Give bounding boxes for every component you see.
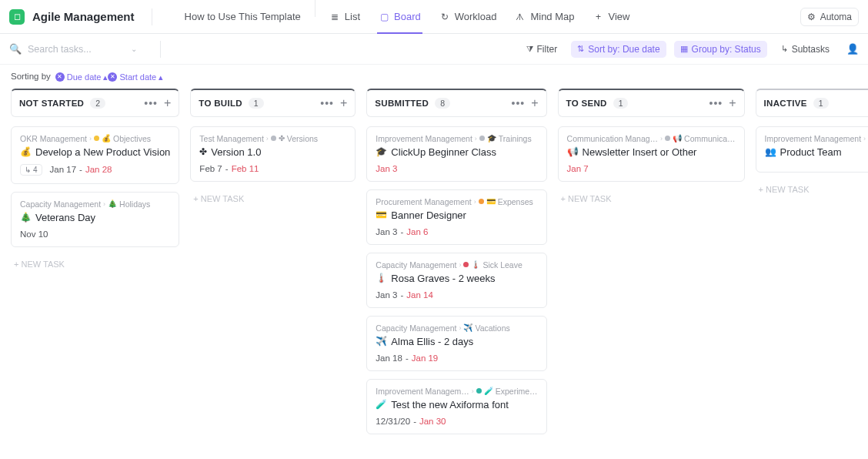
card-breadcrumb: Procurement Management › 💳 Expenses [376,197,537,206]
card-breadcrumb: Capacity Management › 🎄 Holidays [20,199,170,209]
column-header: TO BUILD 1 ••• + [190,89,356,117]
chevron-right-icon: › [474,198,476,206]
task-card[interactable]: Improvement Managem… › 🧪 Experime… 🧪 Tes… [366,379,546,434]
topbar: ◻ Agile Management How to Use This Templ… [0,0,868,34]
chevron-right-icon: › [459,324,461,332]
column-submitted: SUBMITTED 8 ••• + Improvement Management… [366,89,546,442]
separator [315,0,315,17]
card-title-emoji-icon: 📢 [567,146,579,157]
search-input[interactable] [28,44,120,55]
column-add-icon[interactable]: + [340,96,347,110]
card-title-emoji-icon: 🧪 [376,399,387,410]
view-tab-how-to-use-this-template[interactable]: How to Use This Template [160,0,310,34]
card-breadcrumb: Communication Manag… › 📢 Communica… [567,134,736,143]
sort-chip[interactable]: ✕Due date ▴ [55,72,108,82]
new-task-button[interactable]: + NEW TASK [11,255,179,273]
subtasks-button[interactable]: ↳ Subtasks [775,41,836,58]
card-due-date: Feb 11 [232,164,259,173]
card-due-date: Jan 6 [406,227,428,236]
new-task-button[interactable]: + NEW TASK [190,189,356,208]
breadcrumb-list: Improvement Management [765,134,861,143]
new-task-button[interactable]: + NEW TASK [558,189,745,208]
filter-button[interactable]: ⧩ Filter [520,41,564,58]
task-card[interactable]: Communication Manag… › 📢 Communica… 📢 Ne… [558,126,745,182]
column-menu-icon[interactable]: ••• [144,97,158,109]
group-button[interactable]: ▦ Group by: Status [674,41,767,58]
card-title-row: ✈️ Alma Ellis - 2 days [376,336,537,347]
sort-chip[interactable]: ✕Start date ▴ [108,72,163,82]
column-add-icon[interactable]: + [164,96,171,110]
card-title: Develop a New Product Vision [35,146,170,158]
view-tab-workload[interactable]: ↻Workload [430,0,506,34]
search-icon: 🔍 [9,43,22,55]
card-title-emoji-icon: 👥 [765,146,776,157]
column-to-send: TO SEND 1 ••• + Communication Manag… › 📢… [558,89,745,442]
card-title-row: 🎓 ClickUp Beginner Class [376,146,537,158]
card-title-emoji-icon: 💳 [376,209,387,220]
task-card[interactable]: OKR Management › 💰 Objectives 💰 Develop … [11,126,179,184]
board: NOT STARTED 2 ••• + OKR Management › 💰 O… [0,89,868,453]
column-menu-icon[interactable]: ••• [320,97,334,109]
person-icon[interactable]: 👤 [846,43,859,55]
column-add-icon[interactable]: + [729,96,736,110]
breadcrumb-sublist: Communica… [684,134,736,143]
sort-button[interactable]: ⇅ Sort by: Due date [571,41,666,58]
card-title-row: 👥 Product Team [765,146,868,158]
task-card[interactable]: Capacity Management › ✈️ Vacations ✈️ Al… [366,316,546,371]
card-breadcrumb: Capacity Management › ✈️ Vacations [376,323,537,333]
card-title-row: 🌡️ Rosa Graves - 2 weeks [376,273,537,284]
card-breadcrumb: Improvement Managem… › 🧪 Experime… [376,387,537,396]
separator [160,41,161,58]
task-card[interactable]: Capacity Management › 🌡️ Sick Leave 🌡️ R… [366,253,546,308]
task-card[interactable]: Procurement Management › 💳 Expenses 💳 Ba… [366,189,546,245]
column-menu-icon[interactable]: ••• [709,97,723,109]
card-start-date: 12/31/20 [376,417,410,426]
new-task-button[interactable]: + NEW TASK [756,180,868,199]
card-dates: 12/31/20 - Jan 30 [376,417,537,426]
view-label: Workload [455,11,497,22]
status-dot [271,136,276,141]
card-dates: Jan 3 - Jan 6 [376,227,537,236]
breadcrumb-list: Capacity Management [20,199,101,209]
card-title-emoji-icon: ✈️ [376,336,387,347]
task-card[interactable]: Improvement Management › 🎓 Trainings 🎓 C… [366,126,546,182]
view-tab-list[interactable]: ≣List [320,0,369,34]
subtask-icon: ↳ [25,166,31,174]
card-title-emoji-icon: 💰 [20,146,32,157]
card-dates: Jan 3 - Jan 14 [376,290,537,300]
subtask-count-badge[interactable]: ↳4 [20,164,42,176]
view-icon: ↻ [439,12,450,22]
view-label: Board [394,11,421,22]
card-breadcrumb: Capacity Management › 🌡️ Sick Leave [376,260,537,270]
card-due-date: Jan 28 [85,165,112,174]
card-title: Rosa Graves - 2 weeks [391,273,495,284]
column-add-icon[interactable]: + [531,96,538,110]
column-menu-icon[interactable]: ••• [512,97,526,109]
subtasks-icon: ↳ [781,44,788,54]
app-title: Agile Management [32,10,135,23]
chevron-right-icon: › [266,135,269,142]
task-card[interactable]: Capacity Management › 🎄 Holidays 🎄 Veter… [11,192,179,247]
remove-sort-icon[interactable]: ✕ [108,72,117,82]
automate-button[interactable]: ⚙ Automa [800,8,859,26]
card-due-date: Jan 3 [376,164,397,173]
column-title: INACTIVE [764,99,807,108]
view-tab-mind-map[interactable]: ⩚Mind Map [506,0,583,34]
search-chevron-icon[interactable]: ⌄ [131,45,137,53]
view-tab-board[interactable]: ▢Board [369,0,430,34]
breadcrumb-list: Test Management [199,134,263,143]
chevron-right-icon: › [459,261,461,269]
chevron-right-icon: › [103,200,105,208]
column-header: SUBMITTED 8 ••• + [366,89,546,117]
view-icon: ≣ [329,12,340,22]
card-dates: ↳4Jan 17 - Jan 28 [20,164,170,176]
breadcrumb-list: Improvement Management [376,134,472,143]
view-tab-view[interactable]: +View [584,0,639,34]
breadcrumb-emoji-icon: 🎓 [487,134,496,142]
separator [152,8,152,25]
card-title: Alma Ellis - 2 days [391,336,473,347]
column-inactive: INACTIVE 1 ••• + Improvement Management … [756,89,868,442]
task-card[interactable]: Improvement Management › 👥 Team Status 👥… [756,126,868,173]
task-card[interactable]: Test Management › ✤ Versions ✤ Version 1… [190,126,356,182]
remove-sort-icon[interactable]: ✕ [55,72,65,82]
